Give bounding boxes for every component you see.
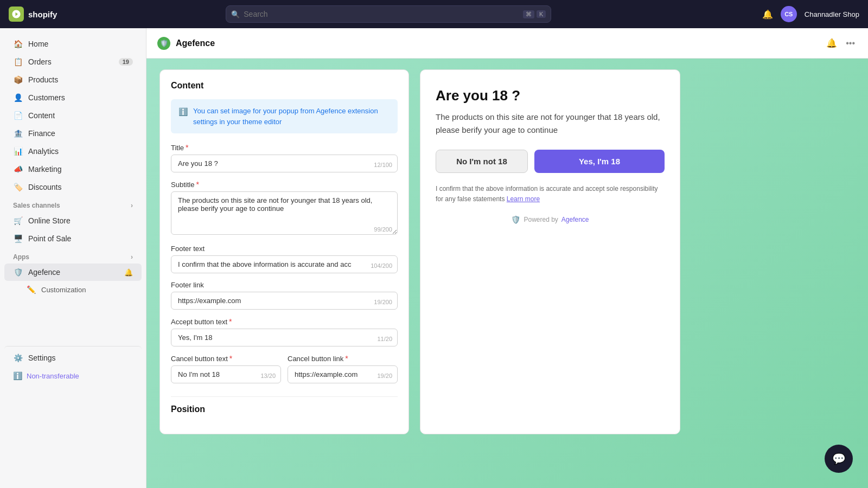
search-input[interactable] <box>226 5 551 23</box>
title-required: * <box>186 143 188 152</box>
sales-channels-chevron: › <box>131 202 133 209</box>
subtitle-textarea[interactable] <box>171 191 398 235</box>
cancel-required: * <box>229 354 232 363</box>
info-banner: ℹ️ You can set image for your popup from… <box>171 99 398 133</box>
page-header: 🛡️ Agefence 🔔 ••• <box>146 28 868 59</box>
subtitle-label: Subtitle * <box>171 180 398 189</box>
page-title: Agefence <box>176 38 215 48</box>
sidebar-item-discounts[interactable]: 🏷️ Discounts <box>4 178 142 196</box>
sidebar-item-content-label: Content <box>28 111 55 120</box>
agefence-bell-icon[interactable]: 🔔 <box>124 268 133 277</box>
marketing-icon: 📣 <box>13 164 23 174</box>
sidebar-item-settings-label: Settings <box>28 354 56 362</box>
orders-icon: 📋 <box>13 57 23 67</box>
sidebar-item-settings[interactable]: ⚙️ Settings <box>4 346 142 367</box>
footer-text-input-wrap: 104/200 <box>171 255 398 273</box>
agefence-link[interactable]: Agefence <box>561 216 589 223</box>
logo[interactable]: shopify <box>9 7 117 22</box>
footer-text-field: Footer text 104/200 <box>171 245 398 273</box>
sidebar-item-marketing-label: Marketing <box>28 165 61 174</box>
cancel-button-input-wrap: 13/20 <box>171 365 281 383</box>
cancel-link-label: Cancel button link * <box>288 354 398 363</box>
preview-title: Are you 18 ? <box>436 87 665 104</box>
customers-icon: 👤 <box>13 93 23 102</box>
cancel-button-field: Cancel button text * 13/20 <box>171 354 281 383</box>
sidebar-item-products-label: Products <box>28 75 58 84</box>
title-input-wrap: 12/100 <box>171 155 398 172</box>
sidebar-item-products[interactable]: 📦 Products <box>4 71 142 88</box>
content-icon: 📄 <box>13 111 23 120</box>
learn-more-link[interactable]: Learn more <box>507 195 540 203</box>
sidebar-item-discounts-label: Discounts <box>28 183 61 191</box>
sidebar-item-agefence-label: Agefence <box>28 268 60 277</box>
sidebar-item-content[interactable]: 📄 Content <box>4 107 142 124</box>
subtitle-input-wrap: 99/200 <box>171 191 398 237</box>
sidebar-item-analytics[interactable]: 📊 Analytics <box>4 143 142 160</box>
form-panel: Content ℹ️ You can set image for your po… <box>159 69 409 434</box>
analytics-icon: 📊 <box>13 146 23 156</box>
cancel-row: Cancel button text * 13/20 Cancel button… <box>171 354 398 391</box>
apps-chevron: › <box>131 253 133 261</box>
content-area: Content ℹ️ You can set image for your po… <box>159 69 855 434</box>
pos-icon: 🖥️ <box>13 234 23 243</box>
preview-panel: Are you 18 ? The products on this site a… <box>420 69 680 434</box>
more-options-button[interactable]: ••• <box>844 36 857 50</box>
sidebar-item-home[interactable]: 🏠 Home <box>4 35 142 53</box>
non-transferable-label: Non-transferable <box>27 372 79 380</box>
chat-button[interactable]: 💬 <box>825 445 853 473</box>
accept-button-field: Accept button text * 11/20 <box>171 317 398 346</box>
sidebar-item-agefence[interactable]: 🛡️ Agefence 🔔 <box>4 264 142 281</box>
subtitle-field: Subtitle * 99/200 <box>171 180 398 237</box>
non-transferable: ℹ️ Non-transferable <box>0 367 146 384</box>
preview-yes-button[interactable]: Yes, I'm 18 <box>534 150 665 173</box>
agefence-icon: 🛡️ <box>13 267 23 277</box>
sidebar-item-customization[interactable]: ✏️ Customization <box>4 281 142 298</box>
footer-text-char-count: 104/200 <box>371 262 392 269</box>
sidebar-item-orders[interactable]: 📋 Orders 19 <box>4 53 142 70</box>
discounts-icon: 🏷️ <box>13 182 23 192</box>
apps-section[interactable]: Apps › <box>0 248 146 263</box>
footer-link-input-wrap: 19/200 <box>171 292 398 310</box>
notification-bell-button[interactable]: 🔔 <box>824 36 839 50</box>
title-char-count: 12/100 <box>374 162 392 168</box>
sidebar-item-online-store[interactable]: 🛒 Online Store <box>4 212 142 229</box>
topbar: shopify 🔍 ⌘ K 🔔 CS Channadler Shop <box>0 0 868 28</box>
cancel-link-char-count: 19/20 <box>377 373 392 379</box>
main-content: 🛡️ Agefence 🔔 ••• Content ℹ️ You can set… <box>146 28 868 488</box>
online-store-icon: 🛒 <box>13 216 23 226</box>
sidebar-item-point-of-sale[interactable]: 🖥️ Point of Sale <box>4 230 142 247</box>
powered-by-icon: 🛡️ <box>511 215 520 224</box>
accept-required: * <box>229 317 232 326</box>
subtitle-required: * <box>196 180 199 189</box>
footer-link-input[interactable] <box>171 292 398 310</box>
sidebar-item-finance[interactable]: 🏦 Finance <box>4 125 142 142</box>
search-container: 🔍 ⌘ K <box>226 5 551 23</box>
logo-icon <box>9 7 24 22</box>
info-icon: ℹ️ <box>178 106 188 127</box>
cancel-link-input-wrap: 19/20 <box>288 365 398 383</box>
accept-button-input[interactable] <box>171 329 398 346</box>
cancel-button-label: Cancel button text * <box>171 354 281 363</box>
username: Channadler Shop <box>805 10 859 18</box>
non-transferable-icon: ℹ️ <box>13 371 22 380</box>
k-key: K <box>537 10 546 18</box>
avatar[interactable]: CS <box>781 6 797 22</box>
preview-no-button[interactable]: No I'm not 18 <box>436 150 528 173</box>
page-header-actions: 🔔 ••• <box>824 36 857 50</box>
logo-text: shopify <box>28 10 57 19</box>
sidebar-item-marketing[interactable]: 📣 Marketing <box>4 160 142 178</box>
title-label: Title * <box>171 143 398 152</box>
sidebar-item-customers[interactable]: 👤 Customers <box>4 89 142 106</box>
accept-button-label: Accept button text * <box>171 317 398 326</box>
title-input[interactable] <box>171 155 398 172</box>
sales-channels-section[interactable]: Sales channels › <box>0 196 146 211</box>
preview-subtitle: The products on this site are not for yo… <box>436 111 665 137</box>
info-banner-text: You can set image for your popup from Ag… <box>193 106 390 127</box>
finance-icon: 🏦 <box>13 129 23 138</box>
sidebar-item-analytics-label: Analytics <box>28 147 59 156</box>
position-section-title: Position <box>171 404 398 414</box>
subtitle-char-count: 99/200 <box>374 226 392 233</box>
notification-icon[interactable]: 🔔 <box>762 9 773 20</box>
orders-badge: 19 <box>119 58 133 66</box>
footer-text-input[interactable] <box>171 255 398 273</box>
